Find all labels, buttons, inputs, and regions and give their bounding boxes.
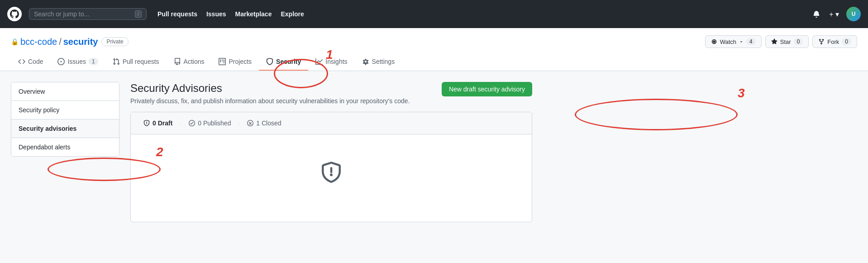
advisory-list: 0 Draft · 0 Published · 1 Closed [130,112,532,222]
avatar[interactable]: U [846,7,861,21]
owner-link[interactable]: bcc-code [20,37,57,47]
breadcrumb: 🔒 bcc-code / security [11,37,98,47]
sidebar-nav: Overview Security policy Security adviso… [11,82,119,157]
filter-draft-label: 0 Draft [153,120,172,127]
sidebar-overview[interactable]: Overview [11,82,119,101]
search-placeholder: Search or jump to... [34,10,89,18]
advisory-filters: 0 Draft · 0 Published · 1 Closed [131,112,532,134]
fork-count: 0 [842,38,851,45]
tab-code[interactable]: Code [11,53,50,71]
security-advisories-content: Security Advisories Privately discuss, f… [130,82,532,222]
top-nav-links: Pull requests Issues Marketplace Explore [154,8,308,20]
repo-header: 🔒 bcc-code / security Private Watch 4 St… [0,28,868,71]
top-nav-right: + ▾ U [811,7,861,21]
repo-actions: Watch 4 Star 0 Fork 0 [705,35,857,48]
tab-security[interactable]: Security [259,53,308,71]
security-advisories-title: Security Advisories [130,82,410,95]
fork-icon [818,38,825,45]
fork-button[interactable]: Fork 0 [812,35,857,48]
sidebar: Overview Security policy Security adviso… [11,82,119,222]
pull-requests-link[interactable]: Pull requests [154,8,201,20]
sidebar-dependabot-alerts[interactable]: Dependabot alerts [11,138,119,156]
star-button[interactable]: Star 0 [765,35,809,48]
shield-alert-icon [143,120,150,126]
filter-published-label: 0 Published [198,120,231,127]
annotation-number-3: 3 [738,86,745,100]
repo-tabs: Code Issues 1 Pull requests Actions Proj… [11,53,857,71]
plus-menu-button[interactable]: + ▾ [827,8,841,20]
sidebar-security-advisories[interactable]: Security advisories [11,120,119,138]
tab-insights[interactable]: Insights [308,53,354,71]
notifications-button[interactable] [811,9,822,19]
search-box[interactable]: Search or jump to... / [29,8,147,20]
star-label: Star [780,38,791,45]
pr-icon [113,58,120,65]
issues-link[interactable]: Issues [203,8,230,20]
annotation-circle-3 [575,99,738,130]
lock-icon: 🔒 [11,38,19,45]
filter-sep-2: · [238,120,240,127]
watch-button[interactable]: Watch 4 [705,35,762,48]
issues-icon [57,58,65,65]
github-logo[interactable] [7,7,22,21]
security-advisories-description: Privately discuss, fix, and publish info… [130,97,410,105]
tab-projects[interactable]: Projects [211,53,259,71]
filter-published[interactable]: 0 Published [183,118,236,129]
chevron-down-icon [739,39,744,44]
filter-closed-label: 1 Closed [256,120,281,127]
marketplace-link[interactable]: Marketplace [232,8,276,20]
top-nav: Search or jump to... / Pull requests Iss… [0,0,868,28]
watch-label: Watch [720,38,736,45]
actions-icon [174,58,181,65]
watch-count: 4 [746,38,756,45]
repo-link[interactable]: security [63,37,98,47]
security-icon [266,58,273,65]
projects-icon [219,58,226,65]
slash-key: / [135,10,142,18]
filter-draft[interactable]: 0 Draft [138,118,178,129]
empty-state [131,134,532,222]
tab-settings[interactable]: Settings [355,53,402,71]
private-badge: Private [101,37,128,46]
issues-count: 1 [89,58,98,65]
fork-label: Fork [827,38,839,45]
tab-actions[interactable]: Actions [167,53,212,71]
tab-issues[interactable]: Issues 1 [50,53,105,71]
breadcrumb-separator: / [59,37,62,47]
new-draft-advisory-button[interactable]: New draft security advisory [442,82,532,96]
main-content: Overview Security policy Security adviso… [0,71,543,233]
settings-icon [362,58,369,65]
sidebar-security-policy[interactable]: Security policy [11,101,119,120]
star-count: 0 [794,38,803,45]
check-circle-icon [189,120,195,126]
x-circle-icon [247,120,253,126]
explore-link[interactable]: Explore [277,8,307,20]
insights-icon [315,58,323,65]
filter-closed[interactable]: 1 Closed [242,118,286,129]
empty-state-icon [320,162,342,187]
code-icon [18,58,25,65]
star-icon [771,38,777,45]
filter-sep-1: · [180,120,181,127]
tab-pull-requests[interactable]: Pull requests [105,53,167,71]
security-header: Security Advisories Privately discuss, f… [130,82,532,105]
repo-title-row: 🔒 bcc-code / security Private Watch 4 St… [11,35,857,48]
